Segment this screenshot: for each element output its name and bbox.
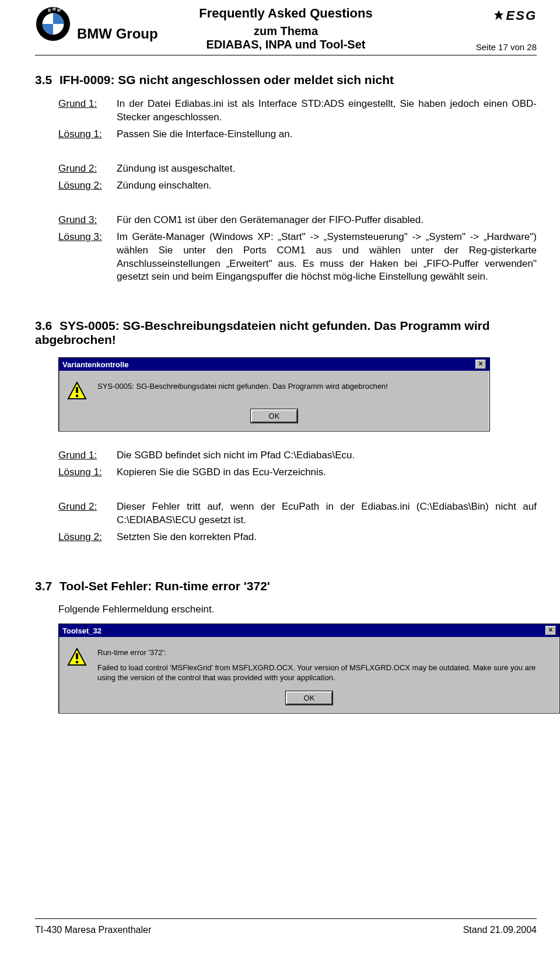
grund-2-text: Zündung ist ausgeschaltet. (117, 162, 537, 176)
grund-3-label: Grund 3: (58, 214, 117, 227)
s36-loesung-2-text: Setzten Sie den korrekten Pfad. (117, 531, 537, 544)
dialog-variantenkontrolle: Variantenkontrolle × SYS-0005: SG-Beschr… (58, 357, 490, 431)
svg-text:W: W (57, 8, 61, 12)
dialog-message: Run-time error '372': Failed to load con… (97, 647, 551, 683)
section-3-6-body: Grund 1:Die SGBD befindet sich nicht im … (35, 449, 537, 544)
grund-1-label: Grund 1: (58, 98, 117, 124)
grund-2-label: Grund 2: (58, 162, 117, 176)
dialog-msg-line1: Run-time error '372': (97, 647, 551, 658)
page-number: Seite 17 von 28 (476, 42, 537, 52)
s36-loesung-1-text: Kopieren Sie die SGBD in das Ecu-Verzeic… (117, 466, 537, 479)
bmw-logo: B M W (35, 6, 71, 42)
section-3-6-heading: 3.6SYS-0005: SG-Beschreibungsdateien nic… (35, 319, 537, 347)
page-header: B M W BMW Group ESG Frequently Asked Que… (35, 6, 537, 55)
s36-grund-1-text: Die SGBD befindet sich nicht im Pfad C:\… (117, 449, 537, 462)
dialog-message: SYS-0005: SG-Beschreibungsdatei nicht ge… (97, 381, 481, 392)
grund-1-text: In der Datei Ediabas.ini ist als Interfa… (117, 98, 537, 124)
loesung-3-text: Im Geräte-Manager (Windows XP: „Start" -… (117, 231, 537, 284)
dialog-body: Run-time error '372': Failed to load con… (59, 637, 559, 713)
s36-loesung-1-label: Lösung 1: (58, 466, 117, 479)
esg-text: ESG (506, 8, 537, 23)
section-3-6-num: 3.6 (35, 319, 60, 333)
loesung-1-text: Passen Sie die Interface-Einstellung an. (117, 128, 537, 141)
warning-icon (67, 647, 87, 667)
dialog-title-text: Variantenkontrolle (62, 360, 128, 369)
footer-left: TI-430 Maresa Praxenthaler (35, 925, 151, 935)
warning-icon (67, 381, 87, 401)
section-3-5-heading: 3.5IFH-0009: SG nicht angeschlossen oder… (35, 73, 537, 87)
dialog-body: SYS-0005: SG-Beschreibungsdatei nicht ge… (59, 371, 489, 431)
section-3-5-body: Grund 1:In der Datei Ediabas.ini ist als… (35, 98, 537, 284)
dialog-titlebar: Variantenkontrolle × (59, 358, 489, 371)
close-icon[interactable]: × (545, 626, 556, 635)
section-3-5-title: IFH-0009: SG nicht angeschlossen oder me… (60, 73, 394, 86)
dialog-toolset32: Toolset_32 × Run-time error '372': Faile… (58, 624, 560, 713)
section-3-7-heading: 3.7Tool-Set Fehler: Run-time error '372' (35, 579, 537, 593)
esg-logo: ESG (492, 8, 537, 23)
dialog-titlebar: Toolset_32 × (59, 624, 559, 637)
s36-grund-2-label: Grund 2: (58, 500, 117, 527)
s36-loesung-2-label: Lösung 2: (58, 531, 117, 544)
grund-3-text: Für den COM1 ist über den Gerätemanager … (117, 214, 537, 227)
svg-rect-6 (76, 387, 78, 393)
section-3-6-title: SYS-0005: SG-Beschreibungsdateien nicht … (35, 319, 490, 346)
svg-text:B: B (48, 8, 51, 12)
loesung-2-text: Zündung einschalten. (117, 179, 537, 193)
close-icon[interactable]: × (475, 360, 486, 369)
page-footer: TI-430 Maresa Praxenthaler Stand 21.09.2… (35, 918, 537, 935)
section-3-7-num: 3.7 (35, 579, 60, 593)
svg-rect-10 (76, 661, 78, 663)
section-3-7-title: Tool-Set Fehler: Run-time error '372' (60, 579, 270, 593)
dialog-title-text: Toolset_32 (62, 626, 102, 635)
svg-text:M: M (52, 7, 56, 11)
header-title-1: Frequently Asked Questions (35, 6, 537, 21)
section-3-5-num: 3.5 (35, 73, 60, 87)
ok-button[interactable]: OK (286, 691, 332, 705)
bmw-group-text: BMW Group (77, 26, 158, 42)
dialog-msg-line2: Failed to load control 'MSFlexGrid' from… (97, 663, 551, 683)
section-3-7-intro: Folgende Fehlermeldung erscheint. (35, 604, 537, 615)
page: B M W BMW Group ESG Frequently Asked Que… (0, 0, 560, 954)
loesung-1-label: Lösung 1: (58, 128, 117, 141)
section-3-7-intro-text: Folgende Fehlermeldung erscheint. (58, 604, 537, 615)
svg-rect-7 (76, 395, 78, 397)
s36-grund-1-label: Grund 1: (58, 449, 117, 462)
footer-right: Stand 21.09.2004 (463, 925, 537, 935)
s36-grund-2-text: Dieser Fehler tritt auf, wenn der EcuPat… (117, 500, 537, 527)
loesung-2-label: Lösung 2: (58, 179, 117, 193)
loesung-3-label: Lösung 3: (58, 231, 117, 284)
ok-button[interactable]: OK (251, 409, 298, 423)
svg-rect-9 (76, 653, 78, 659)
